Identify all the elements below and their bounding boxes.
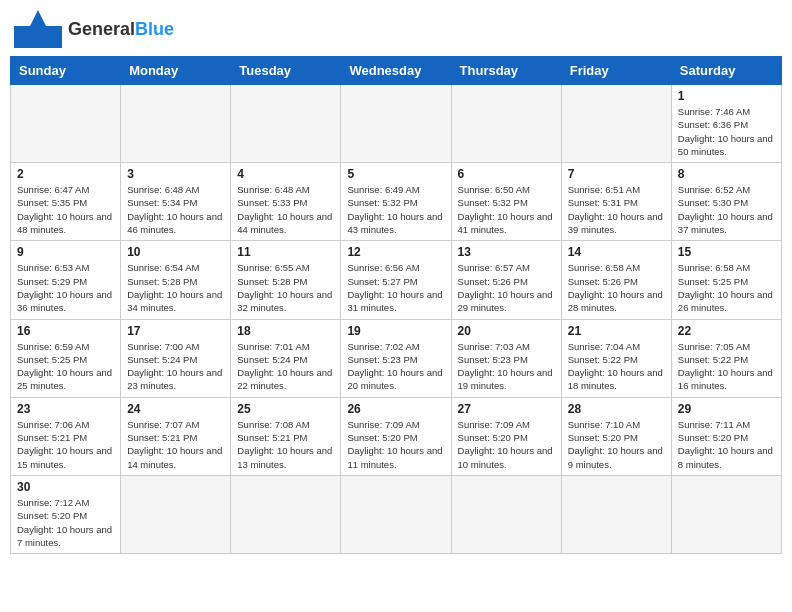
day-info: Sunrise: 7:01 AMSunset: 5:24 PMDaylight:…: [237, 340, 334, 393]
day-info: Sunrise: 7:02 AMSunset: 5:23 PMDaylight:…: [347, 340, 444, 393]
day-info: Sunrise: 7:06 AMSunset: 5:21 PMDaylight:…: [17, 418, 114, 471]
day-number: 23: [17, 402, 114, 416]
day-info: Sunrise: 7:00 AMSunset: 5:24 PMDaylight:…: [127, 340, 224, 393]
calendar-cell: 3Sunrise: 6:48 AMSunset: 5:34 PMDaylight…: [121, 163, 231, 241]
calendar-cell: 13Sunrise: 6:57 AMSunset: 5:26 PMDayligh…: [451, 241, 561, 319]
calendar-cell: 12Sunrise: 6:56 AMSunset: 5:27 PMDayligh…: [341, 241, 451, 319]
day-number: 5: [347, 167, 444, 181]
calendar-cell: 7Sunrise: 6:51 AMSunset: 5:31 PMDaylight…: [561, 163, 671, 241]
calendar-cell: [341, 475, 451, 553]
day-number: 8: [678, 167, 775, 181]
day-info: Sunrise: 7:07 AMSunset: 5:21 PMDaylight:…: [127, 418, 224, 471]
day-number: 12: [347, 245, 444, 259]
calendar-cell: [451, 85, 561, 163]
calendar-cell: [121, 85, 231, 163]
day-number: 22: [678, 324, 775, 338]
day-info: Sunrise: 7:05 AMSunset: 5:22 PMDaylight:…: [678, 340, 775, 393]
calendar-cell: 11Sunrise: 6:55 AMSunset: 5:28 PMDayligh…: [231, 241, 341, 319]
calendar-cell: [561, 475, 671, 553]
day-number: 17: [127, 324, 224, 338]
day-info: Sunrise: 6:54 AMSunset: 5:28 PMDaylight:…: [127, 261, 224, 314]
day-info: Sunrise: 7:11 AMSunset: 5:20 PMDaylight:…: [678, 418, 775, 471]
calendar-cell: 25Sunrise: 7:08 AMSunset: 5:21 PMDayligh…: [231, 397, 341, 475]
calendar-cell: 9Sunrise: 6:53 AMSunset: 5:29 PMDaylight…: [11, 241, 121, 319]
day-number: 20: [458, 324, 555, 338]
day-info: Sunrise: 6:57 AMSunset: 5:26 PMDaylight:…: [458, 261, 555, 314]
day-info: Sunrise: 6:58 AMSunset: 5:26 PMDaylight:…: [568, 261, 665, 314]
calendar-cell: 16Sunrise: 6:59 AMSunset: 5:25 PMDayligh…: [11, 319, 121, 397]
calendar-cell: [341, 85, 451, 163]
weekday-header-tuesday: Tuesday: [231, 57, 341, 85]
day-info: Sunrise: 6:48 AMSunset: 5:34 PMDaylight:…: [127, 183, 224, 236]
day-info: Sunrise: 6:48 AMSunset: 5:33 PMDaylight:…: [237, 183, 334, 236]
calendar-cell: [671, 475, 781, 553]
day-info: Sunrise: 6:51 AMSunset: 5:31 PMDaylight:…: [568, 183, 665, 236]
weekday-header-saturday: Saturday: [671, 57, 781, 85]
day-info: Sunrise: 6:55 AMSunset: 5:28 PMDaylight:…: [237, 261, 334, 314]
logo-text: GeneralBlue: [68, 19, 174, 39]
calendar-table: SundayMondayTuesdayWednesdayThursdayFrid…: [10, 56, 782, 554]
calendar-cell: 10Sunrise: 6:54 AMSunset: 5:28 PMDayligh…: [121, 241, 231, 319]
day-number: 11: [237, 245, 334, 259]
calendar-cell: 27Sunrise: 7:09 AMSunset: 5:20 PMDayligh…: [451, 397, 561, 475]
calendar-cell: 28Sunrise: 7:10 AMSunset: 5:20 PMDayligh…: [561, 397, 671, 475]
weekday-header-thursday: Thursday: [451, 57, 561, 85]
day-number: 24: [127, 402, 224, 416]
day-info: Sunrise: 7:12 AMSunset: 5:20 PMDaylight:…: [17, 496, 114, 549]
calendar-cell: 26Sunrise: 7:09 AMSunset: 5:20 PMDayligh…: [341, 397, 451, 475]
day-number: 25: [237, 402, 334, 416]
calendar-cell: 29Sunrise: 7:11 AMSunset: 5:20 PMDayligh…: [671, 397, 781, 475]
weekday-header-wednesday: Wednesday: [341, 57, 451, 85]
calendar-cell: 1Sunrise: 7:46 AMSunset: 6:36 PMDaylight…: [671, 85, 781, 163]
weekday-header-monday: Monday: [121, 57, 231, 85]
calendar-cell: [11, 85, 121, 163]
day-info: Sunrise: 6:59 AMSunset: 5:25 PMDaylight:…: [17, 340, 114, 393]
day-info: Sunrise: 6:53 AMSunset: 5:29 PMDaylight:…: [17, 261, 114, 314]
day-number: 27: [458, 402, 555, 416]
calendar-cell: 17Sunrise: 7:00 AMSunset: 5:24 PMDayligh…: [121, 319, 231, 397]
calendar-cell: 24Sunrise: 7:07 AMSunset: 5:21 PMDayligh…: [121, 397, 231, 475]
day-number: 13: [458, 245, 555, 259]
page-header: GeneralBlue: [10, 10, 782, 48]
day-number: 9: [17, 245, 114, 259]
day-info: Sunrise: 7:10 AMSunset: 5:20 PMDaylight:…: [568, 418, 665, 471]
day-info: Sunrise: 7:08 AMSunset: 5:21 PMDaylight:…: [237, 418, 334, 471]
day-number: 14: [568, 245, 665, 259]
day-number: 4: [237, 167, 334, 181]
day-number: 28: [568, 402, 665, 416]
day-number: 10: [127, 245, 224, 259]
calendar-cell: 22Sunrise: 7:05 AMSunset: 5:22 PMDayligh…: [671, 319, 781, 397]
weekday-header-sunday: Sunday: [11, 57, 121, 85]
calendar-cell: 6Sunrise: 6:50 AMSunset: 5:32 PMDaylight…: [451, 163, 561, 241]
day-number: 6: [458, 167, 555, 181]
day-number: 7: [568, 167, 665, 181]
day-number: 19: [347, 324, 444, 338]
day-info: Sunrise: 6:49 AMSunset: 5:32 PMDaylight:…: [347, 183, 444, 236]
calendar-cell: 18Sunrise: 7:01 AMSunset: 5:24 PMDayligh…: [231, 319, 341, 397]
calendar-cell: 5Sunrise: 6:49 AMSunset: 5:32 PMDaylight…: [341, 163, 451, 241]
calendar-cell: 8Sunrise: 6:52 AMSunset: 5:30 PMDaylight…: [671, 163, 781, 241]
calendar-cell: [451, 475, 561, 553]
day-info: Sunrise: 7:09 AMSunset: 5:20 PMDaylight:…: [347, 418, 444, 471]
calendar-cell: 20Sunrise: 7:03 AMSunset: 5:23 PMDayligh…: [451, 319, 561, 397]
day-info: Sunrise: 6:50 AMSunset: 5:32 PMDaylight:…: [458, 183, 555, 236]
calendar-cell: 4Sunrise: 6:48 AMSunset: 5:33 PMDaylight…: [231, 163, 341, 241]
calendar-cell: 21Sunrise: 7:04 AMSunset: 5:22 PMDayligh…: [561, 319, 671, 397]
day-number: 3: [127, 167, 224, 181]
calendar-cell: [231, 475, 341, 553]
calendar-cell: [561, 85, 671, 163]
weekday-header-friday: Friday: [561, 57, 671, 85]
day-number: 15: [678, 245, 775, 259]
day-number: 30: [17, 480, 114, 494]
calendar-cell: 23Sunrise: 7:06 AMSunset: 5:21 PMDayligh…: [11, 397, 121, 475]
day-info: Sunrise: 7:04 AMSunset: 5:22 PMDaylight:…: [568, 340, 665, 393]
day-number: 29: [678, 402, 775, 416]
day-number: 21: [568, 324, 665, 338]
day-info: Sunrise: 6:52 AMSunset: 5:30 PMDaylight:…: [678, 183, 775, 236]
day-number: 26: [347, 402, 444, 416]
calendar-cell: 2Sunrise: 6:47 AMSunset: 5:35 PMDaylight…: [11, 163, 121, 241]
day-info: Sunrise: 7:03 AMSunset: 5:23 PMDaylight:…: [458, 340, 555, 393]
day-info: Sunrise: 6:58 AMSunset: 5:25 PMDaylight:…: [678, 261, 775, 314]
day-number: 16: [17, 324, 114, 338]
day-info: Sunrise: 6:47 AMSunset: 5:35 PMDaylight:…: [17, 183, 114, 236]
